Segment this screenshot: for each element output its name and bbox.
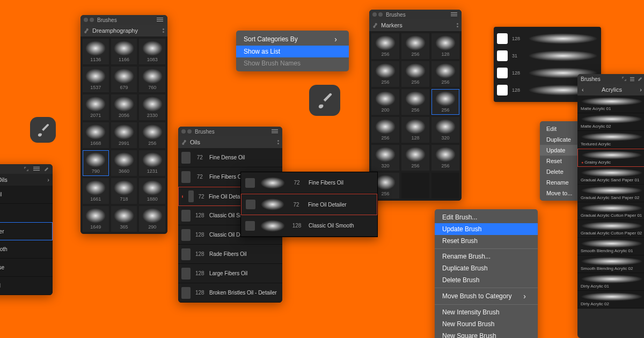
brush-cell[interactable]: 1661 [83,178,109,204]
panel-titlebar[interactable]: Brushes [178,127,282,136]
brush-cell[interactable]: 1537 [83,67,109,92]
brush-row[interactable]: 72Fine Fibers Oil [241,172,377,194]
panel-menu-icon[interactable] [32,166,41,172]
brush-row[interactable]: 128Classic Oil Smooth [241,215,377,237]
brush-cell[interactable]: 256 [431,61,459,87]
window-controls[interactable] [84,18,94,22]
menu-item[interactable]: Edit Brush... [435,211,538,223]
edit-icon[interactable] [44,166,49,172]
expand-icon[interactable] [24,166,29,172]
brush-cell[interactable]: 2056 [111,94,137,120]
brush-row[interactable]: il Dense [0,259,53,277]
category-bar[interactable]: ‹ Acrylics › [577,84,644,95]
brush-row[interactable]: Detailer [0,222,53,240]
brush-row[interactable]: 128Broken Bristles Oil - Detailer [178,283,282,303]
category-bar[interactable]: Dreamphography [80,25,167,36]
brushes-panel-edge[interactable]: es Oils › nse Oilrs OilDetaileril Smooth… [0,164,53,295]
brush-cell[interactable]: 2071 [83,94,109,120]
brush-cell[interactable]: 128 [401,117,429,143]
menu-item[interactable]: Reset Brush [435,235,538,247]
brush-cell[interactable]: 365 [111,206,137,232]
menu-item[interactable]: New Round Brush [435,318,538,330]
brush-cell[interactable]: 718 [111,178,137,204]
menu-item[interactable]: New Square Brush [435,330,538,338]
brush-cell[interactable]: 2991 [111,122,137,148]
panel-titlebar[interactable]: Brushes [369,10,462,19]
brush-cell[interactable]: 256 [401,89,429,115]
brush-row[interactable]: nse Oil [0,186,53,204]
panel-menu-icon[interactable] [270,128,279,135]
expand-icon[interactable] [621,76,627,82]
brush-cell[interactable]: 256 [401,61,429,87]
brush-row[interactable]: 72Fine Oil Detailer [241,194,377,215]
brush-cell[interactable]: 790 [83,150,109,176]
dropdown-icon[interactable] [457,23,458,27]
brush-cell[interactable]: 1880 [139,178,165,204]
brushes-panel-markers[interactable]: Brushes Markers 256256128256256256200256… [369,10,462,201]
brushes-panel-acrylics[interactable]: Brushes ‹ Acrylics › Matte Acrylic 01Mat… [577,74,644,338]
sort-menu[interactable]: Sort Categories ByShow as ListShow Brush… [236,31,349,71]
menu-item[interactable]: Show Brush Names [236,57,349,69]
brush-cell[interactable]: 200 [371,89,399,115]
category-bar[interactable]: Oils › [0,174,53,186]
brush-row[interactable]: Dirty Acrylic 02 [577,291,644,308]
brush-row[interactable]: Dirty Acrylic 01 [577,273,644,291]
brush-cell[interactable]: 256 [371,33,399,59]
brush-sublist[interactable]: 72Fine Fibers Oil72Fine Oil Detailer128C… [240,172,378,237]
brush-cell[interactable]: 1166 [111,39,137,64]
menu-item[interactable]: Sort Categories By [236,33,349,46]
menu-item[interactable]: Duplicate Brush [435,262,538,274]
brush-cell[interactable]: 128 [431,33,459,59]
menu-item[interactable]: Update Brush [435,223,538,235]
brush-row[interactable]: ers Oil [0,277,53,295]
brush-cell[interactable]: 320 [371,145,399,171]
category-bar[interactable]: Oils [178,136,282,148]
brush-row[interactable]: Gradual Acrylic Cotton Paper 01 [577,202,644,220]
brush-cell[interactable]: 256 [371,61,399,87]
panel-menu-icon[interactable] [629,76,635,81]
brush-cell[interactable]: 256 [431,145,459,171]
brush-row[interactable]: Matte Acrylic 01 [577,95,644,113]
window-controls[interactable] [181,129,192,134]
brush-cell[interactable] [431,173,459,199]
brush-row[interactable]: 128 [497,30,598,47]
panel-menu-icon[interactable] [156,17,164,23]
brush-row[interactable]: Grainy Acrylic [577,149,644,167]
brush-row[interactable]: 31 [497,47,598,64]
brush-row[interactable]: Smooth Blending Acrylic 01 [577,238,644,255]
brush-cell[interactable]: 2330 [139,94,165,120]
menu-item[interactable]: Delete Brush [435,274,538,286]
window-controls[interactable] [372,12,383,17]
menu-item[interactable]: Move Brush to Category [435,290,538,303]
brush-cell[interactable]: 256 [371,117,399,143]
dropdown-icon[interactable] [277,140,279,144]
menu-item[interactable]: Rename Brush... [435,251,538,262]
chevron-right-icon[interactable]: › [640,86,642,93]
brush-cell[interactable]: 760 [139,67,165,92]
brush-cell[interactable]: 1136 [83,39,109,64]
brush-row[interactable]: Gradual Acrylic Sand Paper 01 [577,167,644,185]
brush-row[interactable]: 128Rade Fibers Oil [178,245,282,264]
brush-cell[interactable]: 320 [431,117,459,143]
brush-row[interactable]: 128Large Fibers Oil [178,264,282,283]
brush-cell[interactable]: 1649 [83,206,109,232]
brush-row[interactable]: rs Oil [0,204,53,222]
category-bar[interactable]: Markers [369,19,462,31]
brush-cell[interactable]: 256 [401,145,429,171]
brushes-panel-grid[interactable]: Brushes Dreamphography 11361166108315376… [80,15,167,234]
panel-titlebar[interactable]: Brushes [80,15,167,25]
brush-cell[interactable]: 256 [139,122,165,148]
brush-row[interactable]: Gradual Acrylic Sand Paper 02 [577,185,644,202]
brush-cell[interactable]: 3660 [111,150,137,176]
brush-cell[interactable]: 1668 [83,122,109,148]
brush-row[interactable]: Textured Acrylic [577,131,644,149]
brush-cell[interactable] [401,173,429,199]
edit-icon[interactable] [638,76,643,82]
brush-row[interactable]: Smooth Blending Acrylic 02 [577,255,644,273]
dropdown-icon[interactable] [163,28,164,33]
brush-cell[interactable]: 1083 [139,39,165,64]
menu-item[interactable]: New Intensity Brush [435,306,538,318]
brush-cell[interactable]: 290 [139,206,165,232]
brush-row[interactable]: Gradual Acrylic Cotton Paper 02 [577,220,644,238]
brush-cell[interactable]: 679 [111,67,137,92]
